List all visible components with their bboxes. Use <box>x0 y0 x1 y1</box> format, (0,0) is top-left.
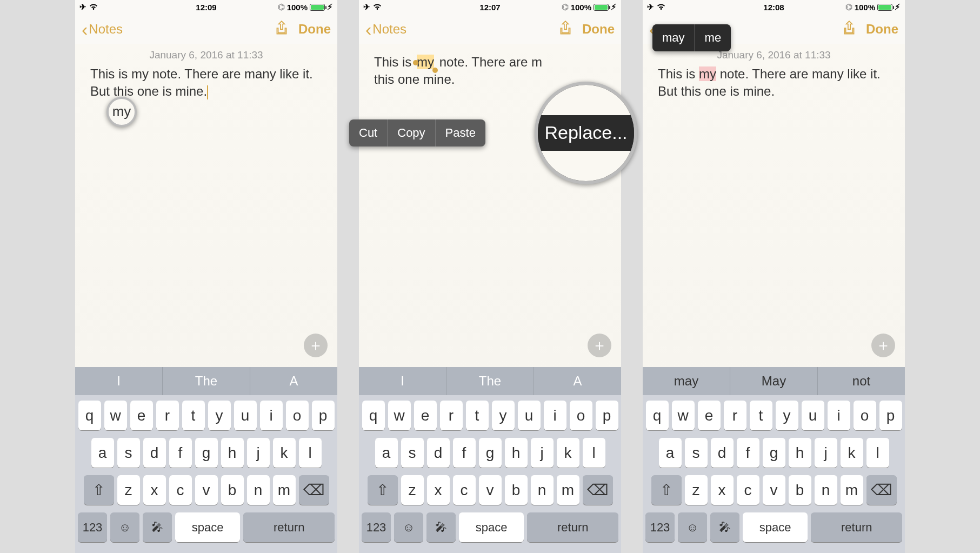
space-key[interactable]: space <box>175 512 240 542</box>
key-m[interactable]: m <box>841 475 863 505</box>
key-z[interactable]: z <box>685 475 708 505</box>
key-v[interactable]: v <box>195 475 218 505</box>
key-o[interactable]: o <box>854 401 876 430</box>
key-x[interactable]: x <box>427 475 450 505</box>
return-key[interactable]: return <box>243 512 335 542</box>
key-d[interactable]: d <box>143 438 166 468</box>
backspace-key[interactable]: ⌫ <box>866 475 897 505</box>
numbers-key[interactable]: 123 <box>78 512 107 542</box>
key-y[interactable]: y <box>208 401 231 430</box>
done-button[interactable]: Done <box>866 22 898 37</box>
numbers-key[interactable]: 123 <box>362 512 391 542</box>
key-t[interactable]: t <box>182 401 205 430</box>
key-p[interactable]: p <box>879 401 902 430</box>
key-w[interactable]: w <box>388 401 411 430</box>
key-h[interactable]: h <box>789 438 811 468</box>
key-c[interactable]: c <box>737 475 759 505</box>
key-p[interactable]: p <box>596 401 618 430</box>
key-h[interactable]: h <box>505 438 528 468</box>
key-r[interactable]: r <box>156 401 179 430</box>
shift-key[interactable]: ⇧ <box>84 475 114 505</box>
suggestion-2[interactable]: The <box>446 367 534 395</box>
key-f[interactable]: f <box>737 438 759 468</box>
key-k[interactable]: k <box>557 438 579 468</box>
suggestion-2[interactable]: May <box>730 367 818 395</box>
key-p[interactable]: p <box>312 401 335 430</box>
key-m[interactable]: m <box>273 475 296 505</box>
key-u[interactable]: u <box>234 401 257 430</box>
key-l[interactable]: l <box>299 438 322 468</box>
backspace-key[interactable]: ⌫ <box>299 475 329 505</box>
suggestion-3[interactable]: not <box>818 367 905 395</box>
key-k[interactable]: k <box>841 438 863 468</box>
key-f[interactable]: f <box>453 438 476 468</box>
key-u[interactable]: u <box>802 401 824 430</box>
key-n[interactable]: n <box>531 475 554 505</box>
suggestion-1[interactable]: I <box>359 367 446 395</box>
add-button[interactable]: ＋ <box>871 334 895 357</box>
shift-key[interactable]: ⇧ <box>651 475 682 505</box>
return-key[interactable]: return <box>811 512 902 542</box>
note-text[interactable]: This is my note. There are many like it.… <box>90 65 322 101</box>
key-u[interactable]: u <box>518 401 541 430</box>
key-b[interactable]: b <box>505 475 528 505</box>
key-c[interactable]: c <box>169 475 192 505</box>
back-button[interactable]: ‹ Notes <box>82 20 123 38</box>
back-button[interactable]: ‹ Notes <box>365 20 406 38</box>
key-t[interactable]: t <box>750 401 772 430</box>
key-n[interactable]: n <box>247 475 270 505</box>
key-h[interactable]: h <box>221 438 244 468</box>
key-x[interactable]: x <box>143 475 166 505</box>
key-v[interactable]: v <box>763 475 785 505</box>
suggestion-3[interactable]: A <box>534 367 621 395</box>
key-z[interactable]: z <box>117 475 140 505</box>
key-a[interactable]: a <box>659 438 682 468</box>
key-y[interactable]: y <box>492 401 515 430</box>
suggestion-2[interactable]: The <box>163 367 250 395</box>
menu-copy[interactable]: Copy <box>388 119 435 146</box>
key-l[interactable]: l <box>583 438 605 468</box>
backspace-key[interactable]: ⌫ <box>583 475 613 505</box>
key-e[interactable]: e <box>130 401 153 430</box>
done-button[interactable]: Done <box>582 22 615 37</box>
key-i[interactable]: i <box>544 401 566 430</box>
key-c[interactable]: c <box>453 475 476 505</box>
note-body[interactable]: January 6, 2016 at 11:33 This is my note… <box>75 44 337 367</box>
key-x[interactable]: x <box>711 475 734 505</box>
replace-option-2[interactable]: me <box>695 24 731 51</box>
key-e[interactable]: e <box>414 401 437 430</box>
key-j[interactable]: j <box>531 438 554 468</box>
note-body[interactable]: This is my note. There are mthis one min… <box>359 44 621 367</box>
space-key[interactable]: space <box>743 512 808 542</box>
key-g[interactable]: g <box>763 438 785 468</box>
key-e[interactable]: e <box>698 401 721 430</box>
numbers-key[interactable]: 123 <box>645 512 675 542</box>
key-g[interactable]: g <box>479 438 502 468</box>
key-j[interactable]: j <box>247 438 270 468</box>
key-v[interactable]: v <box>479 475 502 505</box>
key-f[interactable]: f <box>169 438 192 468</box>
key-z[interactable]: z <box>401 475 424 505</box>
key-q[interactable]: q <box>646 401 669 430</box>
emoji-key[interactable]: ☺ <box>678 512 707 542</box>
key-j[interactable]: j <box>815 438 837 468</box>
add-button[interactable]: ＋ <box>304 334 328 357</box>
mic-key[interactable]: 🎤︎ <box>143 512 172 542</box>
key-b[interactable]: b <box>789 475 811 505</box>
key-t[interactable]: t <box>466 401 489 430</box>
key-q[interactable]: q <box>78 401 101 430</box>
space-key[interactable]: space <box>459 512 524 542</box>
key-q[interactable]: q <box>362 401 385 430</box>
key-s[interactable]: s <box>117 438 140 468</box>
shift-key[interactable]: ⇧ <box>368 475 398 505</box>
share-button[interactable] <box>275 20 289 38</box>
key-i[interactable]: i <box>828 401 850 430</box>
key-d[interactable]: d <box>427 438 450 468</box>
note-text[interactable]: This is my note. There are many like it.… <box>658 65 890 101</box>
share-button[interactable] <box>842 20 856 38</box>
key-g[interactable]: g <box>195 438 218 468</box>
key-y[interactable]: y <box>776 401 798 430</box>
add-button[interactable]: ＋ <box>588 334 611 357</box>
key-b[interactable]: b <box>221 475 244 505</box>
key-o[interactable]: o <box>570 401 592 430</box>
